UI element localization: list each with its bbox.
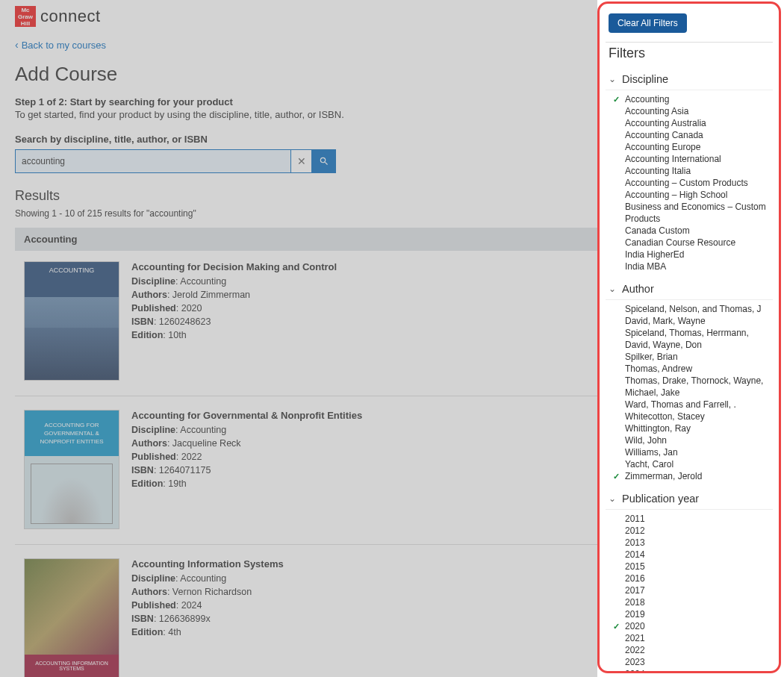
filter-option-year[interactable]: 2023 [623, 656, 773, 668]
result-isbn: ISBN: 126636899x [131, 612, 284, 625]
result-authors: Authors: Vernon Richardson [131, 585, 284, 599]
chevron-down-icon: ⌄ [609, 284, 616, 294]
result-title: Accounting for Decision Making and Contr… [131, 261, 337, 272]
filter-section-author-label: Author [622, 283, 654, 295]
result-isbn: ISBN: 1260248623 [131, 315, 337, 328]
filter-option-year[interactable]: 2021 [623, 632, 773, 644]
search-button[interactable] [312, 149, 336, 173]
mcgraw-hill-logo: Mc Graw Hill [15, 6, 36, 27]
filter-option-discipline[interactable]: Accounting Europe [623, 141, 773, 153]
filter-option-discipline[interactable]: India HigherEd [623, 249, 773, 260]
chevron-left-icon: ‹ [15, 39, 19, 51]
filter-option-discipline[interactable]: Accounting [623, 93, 773, 105]
result-discipline: Discipline: Accounting [131, 572, 284, 585]
filter-option-discipline[interactable]: Accounting – High School [623, 189, 773, 201]
filter-option-discipline[interactable]: Accounting Canada [623, 129, 773, 141]
filter-option-author[interactable]: Spiceland, Thomas, Herrmann, David, Wayn… [623, 327, 773, 351]
filter-option-year[interactable]: 2014 [623, 549, 773, 561]
filter-option-discipline[interactable]: Accounting Asia [623, 105, 773, 117]
filter-option-author[interactable]: Whitecotton, Stacey [623, 411, 773, 422]
result-title: Accounting for Governmental & Nonprofit … [131, 410, 362, 421]
filter-option-year[interactable]: 2018 [623, 596, 773, 608]
filters-panel: Clear All Filters Filters ⌄ Discipline A… [597, 1, 781, 673]
filter-option-year[interactable]: 2017 [623, 584, 773, 596]
result-edition: Edition: 10th [131, 328, 337, 342]
filter-section-year-toggle[interactable]: ⌄ Publication year [606, 488, 773, 510]
filter-option-discipline[interactable]: Accounting – Custom Products [623, 177, 773, 189]
filter-list-discipline: AccountingAccounting AsiaAccounting Aust… [606, 90, 773, 278]
result-published: Published: 2022 [131, 450, 362, 464]
filter-option-discipline[interactable]: Accounting International [623, 153, 773, 165]
result-discipline: Discipline: Accounting [131, 423, 362, 437]
result-title: Accounting Information Systems [131, 558, 284, 570]
chevron-down-icon: ⌄ [609, 493, 616, 504]
filter-option-discipline[interactable]: Canada Custom [623, 225, 773, 237]
result-isbn: ISBN: 1264071175 [131, 464, 362, 477]
result-published: Published: 2024 [131, 599, 284, 612]
clear-all-filters-button[interactable]: Clear All Filters [609, 13, 687, 33]
filter-section-discipline-toggle[interactable]: ⌄ Discipline [606, 69, 773, 90]
filter-option-discipline[interactable]: Business and Economics – Custom Products [623, 201, 773, 225]
filter-option-discipline[interactable]: Accounting Australia [623, 117, 773, 129]
filter-option-year[interactable]: 2022 [623, 644, 773, 656]
close-icon: ✕ [297, 155, 306, 167]
result-discipline: Discipline: Accounting [131, 275, 337, 288]
filter-option-year[interactable]: 2024 [623, 668, 773, 673]
clear-search-button[interactable]: ✕ [291, 149, 312, 173]
result-authors: Authors: Jacqueline Reck [131, 437, 362, 450]
filter-option-discipline[interactable]: Canadian Course Resource [623, 237, 773, 249]
filter-list-author: Spiceland, Nelson, and Thomas, J David, … [606, 300, 773, 488]
filter-section-author-toggle[interactable]: ⌄ Author [606, 278, 773, 300]
chevron-down-icon: ⌄ [609, 74, 616, 84]
result-published: Published: 2020 [131, 302, 337, 315]
result-authors: Authors: Jerold Zimmerman [131, 288, 337, 302]
filter-option-year[interactable]: 2019 [623, 608, 773, 620]
filter-option-year[interactable]: 2011 [623, 513, 773, 525]
filter-option-author[interactable]: Thomas, Drake, Thornock, Wayne, Michael,… [623, 375, 773, 399]
book-cover: ACCOUNTING FOR GOVERNMENTAL & NONPROFIT … [24, 410, 119, 529]
filter-section-year-label: Publication year [622, 493, 699, 505]
filter-option-year[interactable]: 2015 [623, 561, 773, 573]
result-edition: Edition: 4th [131, 625, 284, 639]
filter-section-discipline-label: Discipline [622, 73, 668, 85]
search-icon [319, 156, 329, 166]
filter-option-discipline[interactable]: Accounting Italia [623, 165, 773, 177]
filters-heading: Filters [609, 46, 773, 61]
logo-text-3: Hill [15, 20, 36, 27]
filter-option-author[interactable]: Spiceland, Nelson, and Thomas, J David, … [623, 303, 773, 327]
result-meta: Accounting Information SystemsDiscipline… [131, 558, 284, 677]
filter-option-author[interactable]: Williams, Jan [623, 446, 773, 458]
filter-option-year[interactable]: 2020 [623, 620, 773, 632]
book-cover: ACCOUNTING [24, 261, 119, 381]
back-to-courses-link[interactable]: ‹ Back to my courses [15, 39, 106, 51]
filter-option-author[interactable]: Wild, John [623, 434, 773, 446]
filter-list-year: 2011201220132014201520162017201820192020… [606, 510, 773, 673]
filter-option-year[interactable]: 2013 [623, 537, 773, 549]
filter-option-year[interactable]: 2012 [623, 525, 773, 537]
filter-option-author[interactable]: Spilker, Brian [623, 351, 773, 363]
search-input[interactable] [15, 149, 291, 173]
result-meta: Accounting for Governmental & Nonprofit … [131, 410, 362, 529]
filter-option-discipline[interactable]: India MBA [623, 260, 773, 272]
filter-option-author[interactable]: Thomas, Andrew [623, 363, 773, 375]
book-cover: ACCOUNTING INFORMATION SYSTEMS [24, 558, 119, 677]
filter-option-author[interactable]: Ward, Thomas and Farrell, . [623, 399, 773, 411]
filter-option-author[interactable]: Zimmerman, Jerold [623, 470, 773, 482]
filter-option-year[interactable]: 2016 [623, 573, 773, 584]
filter-option-author[interactable]: Yacht, Carol [623, 458, 773, 470]
connect-logo: connect [40, 7, 101, 26]
result-meta: Accounting for Decision Making and Contr… [131, 261, 337, 381]
filter-option-author[interactable]: Whittington, Ray [623, 422, 773, 434]
back-link-label: Back to my courses [22, 40, 106, 51]
logo-text-2: Graw [15, 13, 36, 20]
result-edition: Edition: 19th [131, 477, 362, 490]
logo-text-1: Mc [15, 7, 36, 13]
